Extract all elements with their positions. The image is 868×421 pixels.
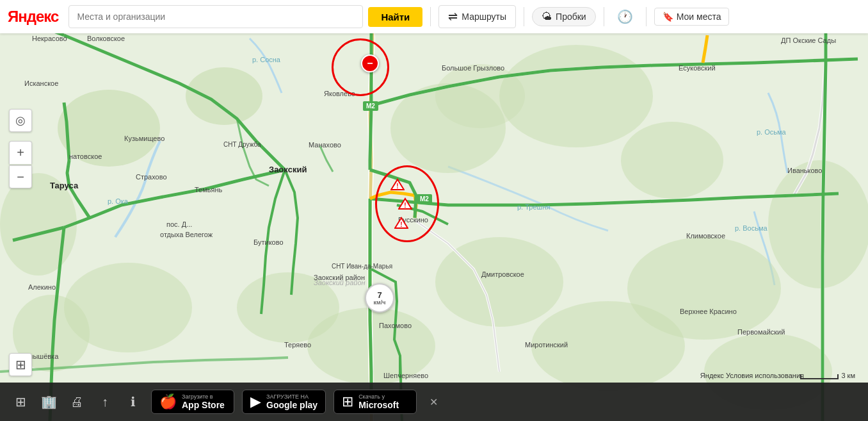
conditions-link[interactable]: Яндекс Условия использования (700, 372, 804, 379)
conditions-text: Яндекс Условия использования (700, 372, 804, 379)
microsoft-badge[interactable]: ⊞ Скачать у Microsoft (334, 390, 417, 414)
town-label-tarusa: Таруса (50, 181, 78, 190)
close-icon: ✕ (430, 397, 438, 408)
svg-text:!: ! (396, 183, 398, 190)
layers-icon: ⊞ (15, 357, 26, 372)
app-store-badge[interactable]: 🍎 Загрузите в App Store (151, 390, 234, 414)
town-label-pervomaysky: Первомайский (737, 328, 785, 336)
yandex-logo-text: Яндекс (8, 8, 58, 25)
svg-point-10 (768, 160, 868, 288)
bookmark-icon: 🔖 (663, 12, 673, 22)
layers-toggle-icon: ⊞ (15, 394, 26, 409)
road-label-m2-2: М2 (417, 194, 432, 204)
town-label-pos-d: пос. Д... (166, 220, 192, 228)
town-label-strakhovo: Страхово (136, 173, 167, 181)
search-input[interactable] (68, 5, 363, 28)
town-label-temyan: Темьянь (195, 186, 222, 194)
speed-unit: км/ч (374, 299, 386, 306)
road-sign-warning-3: ! (394, 217, 408, 229)
info-button[interactable]: ℹ (123, 392, 143, 412)
town-label-natovskoe: натовское (69, 153, 102, 160)
svg-point-16 (435, 64, 525, 128)
toolbar-divider-1 (430, 7, 431, 26)
town-label-esukovsky: Есуковский (679, 64, 716, 72)
town-label-bolshoe-gryzlovo: Большое Грызлово (442, 64, 504, 72)
river-label-treshnya: р. Трешня (517, 203, 550, 211)
map-bottom-left-controls: ⊞ (9, 353, 32, 376)
rayon-label: Заокский район (314, 279, 366, 286)
buildings-icon: 🏢 (41, 394, 57, 409)
blocked-icon: − (367, 58, 373, 69)
warning-triangle-icon-2: ! (398, 197, 412, 210)
my-places-label: Мои места (677, 12, 721, 22)
buildings-button[interactable]: 🏢 (38, 392, 59, 412)
svg-text:!: ! (404, 202, 406, 209)
town-label-alekino: Алекино (28, 283, 56, 291)
close-badges-button[interactable]: ✕ (424, 393, 443, 411)
location-icon: ◎ (15, 113, 26, 128)
yandex-logo: Яндекс (8, 8, 58, 26)
town-label-teryaevo: Теряево (284, 341, 311, 349)
town-label-klimovskoe: Климовское (686, 232, 725, 240)
scale-label: 3 км (841, 372, 855, 379)
road-sign-warning-2: ! (398, 197, 412, 210)
speed-badge: 7 км/ч (365, 283, 394, 313)
road-blocked-marker: − (361, 54, 379, 72)
scale-line (800, 374, 839, 379)
town-label-manakhovo: Манахово (309, 141, 341, 149)
app-store-small-text: Загрузите в (182, 393, 225, 400)
microsoft-icon: ⊞ (342, 393, 353, 410)
google-play-badge[interactable]: ▶ ЗАГРУЗИТЕ НА Google play (242, 390, 326, 414)
scale-bar: 3 км (800, 372, 855, 379)
share-button[interactable]: ↑ (95, 392, 115, 412)
microsoft-large-text: Microsoft (358, 400, 399, 410)
toolbar: Яндекс Найти ⇌ Маршруты 🌤 Пробки 🕐 🔖 Мои… (0, 0, 868, 33)
plus-icon: + (17, 145, 24, 160)
google-play-small-text: ЗАГРУЗИТЕ НА (266, 393, 317, 400)
time-button[interactable]: 🕐 (612, 6, 638, 27)
town-label-pakhomovo: Пахомово (379, 322, 412, 329)
layers-toggle-button[interactable]: ⊞ (10, 392, 31, 412)
river-label-oka: р. Ока (108, 197, 128, 205)
town-label-dmitrovskoe: Дмитровское (481, 270, 524, 278)
map-controls: + − (9, 141, 32, 188)
town-label-snt-druzhba: СНТ Дружба (223, 141, 261, 148)
toolbar-divider-3 (604, 7, 604, 26)
info-icon: ℹ (131, 394, 136, 409)
road-label-m2-1: М2 (363, 101, 378, 111)
routes-label: Маршруты (462, 12, 506, 22)
print-button[interactable]: 🖨 (67, 392, 87, 412)
town-label-shepchernaevo: Шепчерняево (383, 372, 428, 379)
location-button[interactable]: ◎ (9, 109, 32, 132)
map-container[interactable]: Яндекс Найти ⇌ Маршруты 🌤 Пробки 🕐 🔖 Мои… (0, 0, 868, 421)
town-label-ivantsovo: Иваньково (787, 167, 822, 174)
toolbar-divider-2 (524, 7, 524, 26)
my-places-button[interactable]: 🔖 Мои места (654, 8, 730, 26)
apple-icon: 🍎 (159, 393, 177, 410)
zoom-out-button[interactable]: − (9, 165, 32, 188)
river-label-osma: р. Осьма (757, 128, 786, 136)
svg-text:!: ! (400, 221, 402, 228)
town-label-snt-ivan-marya: СНТ Иван-да-Марья (332, 263, 392, 270)
print-icon: 🖨 (70, 395, 83, 409)
town-label-butikovo: Бутиково (253, 238, 284, 246)
layers-button[interactable]: ⊞ (9, 353, 32, 376)
google-play-icon: ▶ (250, 393, 261, 410)
traffic-button[interactable]: 🌤 Пробки (532, 7, 596, 26)
town-label-kuzmishevo: Кузьмищево (124, 135, 165, 142)
app-store-large-text: App Store (182, 400, 225, 410)
town-label-dp-okskie-sady: ДП Окские Сады (781, 37, 836, 44)
find-button[interactable]: Найти (368, 7, 422, 27)
town-label-mirotinsky: Миротинский (525, 341, 568, 349)
town-label-yakovlevo: Яковлево (324, 90, 355, 97)
zoom-in-button[interactable]: + (9, 141, 32, 164)
warning-triangle-icon-3: ! (394, 217, 408, 229)
speed-value: 7 (377, 291, 382, 299)
routes-icon: ⇌ (448, 10, 458, 24)
river-label-sosna: р. Сосна (252, 56, 280, 63)
toolbar-divider-4 (646, 7, 647, 26)
routes-button[interactable]: ⇌ Маршруты (438, 5, 516, 28)
river-label-vosma: р. Восьма (735, 224, 768, 232)
town-label-zaoksky: Заокский (269, 165, 307, 174)
bottom-toolbar: ⊞ 🏢 🖨 ↑ ℹ 🍎 Загрузите в App Store ▶ ЗАГР… (0, 383, 868, 421)
